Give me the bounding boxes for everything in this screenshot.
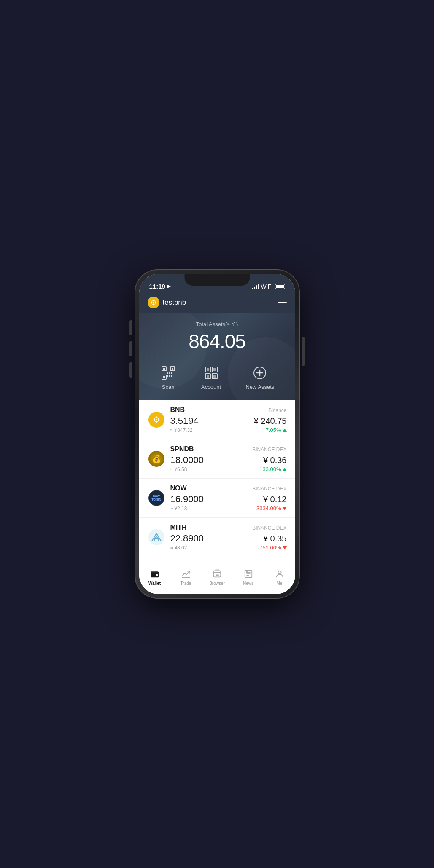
svg-rect-22 [207,368,209,371]
status-icons: WiFi [252,283,285,290]
battery-icon [275,284,285,289]
asset-item-spndb[interactable]: 💰 SPNDB BINANCE DEX 18.0000 ≈ ¥6.58 ¥ [139,439,295,479]
status-time: 11:19 ▶ [149,283,170,290]
asset-item-now[interactable]: NOWTOKEN NOW BINANCE DEX 16.9000 ≈ ¥2.13 [139,479,295,518]
nav-me[interactable]: Me [264,568,295,586]
bnb-amount: 3.5194 [170,415,249,426]
svg-rect-6 [162,367,166,371]
bnb-price: ¥ 240.75 [254,416,287,426]
signal-bars-icon [252,284,259,289]
new-assets-button[interactable]: New Assets [245,364,274,390]
spndb-change: 133.00% [259,466,286,472]
mith-icon [148,524,165,551]
total-assets-label: Total Assets(≈ ¥ ) [148,321,287,327]
account-label: Account [201,384,221,390]
nav-browser-label: Browser [209,581,225,586]
asset-list: BNB Binance 3.5194 ≈ ¥847.32 ¥ 240.75 7.… [139,400,295,565]
now-amount: 16.9000 [170,494,248,505]
svg-rect-24 [207,375,209,378]
new-assets-label: New Assets [245,384,274,390]
phone-screen: 11:19 ▶ WiFi [139,274,295,594]
nav-browser[interactable]: Browser [202,568,233,586]
new-assets-icon [253,366,267,380]
svg-marker-33 [155,419,157,421]
browser-icon [213,569,222,579]
svg-rect-45 [215,569,219,570]
menu-button[interactable] [278,300,287,305]
bnb-icon [148,406,165,433]
asset-item-bnb[interactable]: BNB Binance 3.5194 ≈ ¥847.32 ¥ 240.75 7.… [139,400,295,439]
svg-rect-10 [172,368,173,370]
svg-rect-37 [156,574,158,576]
scan-button[interactable]: Scan [160,364,177,390]
bnb-change: 7.05% [266,427,287,433]
nav-news-label: News [243,581,253,586]
now-exchange: BINANCE DEX [252,486,286,492]
nav-me-label: Me [277,581,283,586]
spndb-name: SPNDB [170,445,194,453]
svg-marker-4 [152,304,155,306]
hero-actions: Scan [148,361,287,390]
svg-point-51 [278,571,281,574]
notch [184,274,250,286]
svg-rect-41 [213,572,221,573]
spndb-icon: 💰 [148,445,165,472]
svg-marker-29 [155,416,158,418]
app-logo [148,297,159,308]
total-assets-amount: 864.05 [148,330,287,353]
hero-section: Total Assets(≈ ¥ ) 864.05 [139,313,295,400]
svg-rect-40 [213,571,221,577]
wifi-icon: WiFi [261,283,273,290]
phone-frame: 11:19 ▶ WiFi [135,270,299,598]
svg-marker-34 [152,533,161,541]
mith-down-arrow [283,546,287,549]
nav-wallet[interactable]: Wallet [139,568,170,586]
now-down-arrow [283,507,287,510]
mith-name: MITH [170,524,187,531]
scan-icon [161,366,175,380]
svg-rect-9 [163,368,165,370]
spndb-fiat: ≈ ¥6.58 [170,466,248,472]
svg-rect-25 [213,375,216,378]
nav-news[interactable]: News [233,568,264,586]
svg-marker-32 [155,421,158,423]
wallet-icon [150,569,159,579]
now-name: NOW [170,485,187,492]
nav-wallet-label: Wallet [148,581,161,586]
now-price: ¥ 0.12 [263,495,287,504]
svg-rect-23 [213,368,216,371]
app-header: testbnb [139,292,295,313]
svg-rect-11 [163,376,165,378]
spndb-price: ¥ 0.36 [263,455,287,465]
account-button[interactable]: Account [201,364,221,390]
svg-rect-7 [170,367,175,371]
nav-trade-label: Trade [181,581,191,586]
now-change: -3334.00% [255,505,287,512]
bnb-fiat: ≈ ¥847.32 [170,427,249,433]
now-icon: NOWTOKEN [148,485,165,512]
mith-change: -751.00% [258,544,287,551]
mith-logo-icon [151,533,162,542]
asset-item-mith[interactable]: MITH BINANCE DEX 22.8900 ≈ ¥8.02 ¥ 0.35 … [139,518,295,557]
bnb-name: BNB [170,406,185,413]
phone-content: 11:19 ▶ WiFi [139,274,295,594]
scan-label: Scan [162,384,175,390]
bottom-nav: Wallet Trade [139,565,295,594]
location-icon: ▶ [167,284,170,289]
header-app-name: testbnb [163,298,186,307]
bnb-up-arrow [283,429,287,432]
bnb-logo-icon [149,298,158,307]
mith-fiat: ≈ ¥8.02 [170,545,248,551]
nav-trade[interactable]: Trade [170,568,202,586]
account-icon [204,366,218,380]
svg-marker-5 [152,302,154,303]
news-icon [244,569,253,579]
svg-marker-31 [158,418,160,421]
svg-point-26 [254,367,266,379]
mith-price: ¥ 0.35 [263,534,287,544]
spndb-exchange: BINANCE DEX [252,447,286,453]
svg-marker-0 [152,300,155,302]
svg-rect-8 [162,375,166,379]
trade-icon [181,569,191,579]
svg-rect-44 [214,570,220,571]
